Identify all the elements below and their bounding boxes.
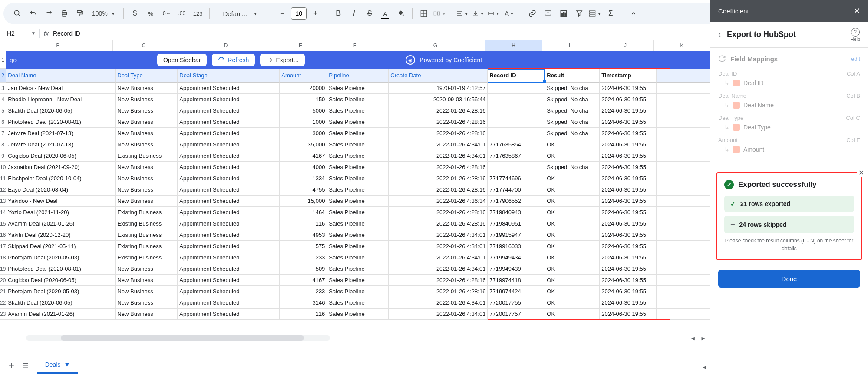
cell[interactable]: Sales Pipeline <box>327 286 389 297</box>
cell[interactable]: Skipped: No cha <box>545 116 600 128</box>
cell[interactable]: Existing Business <box>116 229 178 241</box>
functions-icon[interactable]: Σ <box>604 7 617 20</box>
cell[interactable]: Appointment Scheduled <box>178 94 280 105</box>
cell[interactable]: 7717635867 <box>488 150 545 162</box>
header-cell-B[interactable]: Deal Name <box>6 69 116 83</box>
cell[interactable]: Skipped: No cha <box>545 162 600 173</box>
cell[interactable]: 2022-01-26 4:34:01 <box>389 139 488 150</box>
cell[interactable]: Skippad Deal (2021-05-11) <box>6 241 116 252</box>
redo-icon[interactable] <box>42 7 56 20</box>
cell[interactable]: Photojam Deal (2020-05-03) <box>6 286 116 297</box>
cell[interactable]: Jetwire Deal (2021-07-13) <box>6 128 116 139</box>
cell[interactable] <box>657 207 710 218</box>
cell[interactable]: 2022-01-26 4:28:16 <box>389 128 488 139</box>
borders-icon[interactable] <box>417 7 431 20</box>
cell[interactable]: 4167 <box>280 275 327 286</box>
cell[interactable]: OK <box>545 309 600 320</box>
cell[interactable]: Appointment Scheduled <box>178 297 280 309</box>
row-header-21[interactable]: 21 <box>0 286 6 297</box>
cell[interactable]: Skipped: No cha <box>545 83 600 94</box>
cell[interactable]: Photofeed Deal (2020-08-01) <box>6 263 116 275</box>
cell[interactable]: 2024-06-30 19:55 <box>600 83 657 94</box>
cell[interactable] <box>657 252 710 263</box>
cell[interactable]: 2022-01-26 4:34:01 <box>389 241 488 252</box>
cell[interactable]: Existing Business <box>116 241 178 252</box>
text-rotation-icon[interactable]: A▼ <box>502 7 516 20</box>
cell[interactable]: 2024-06-30 19:55 <box>600 297 657 309</box>
percent-icon[interactable]: % <box>144 7 158 20</box>
bold-icon[interactable]: B <box>331 7 345 20</box>
cell[interactable]: New Business <box>116 128 178 139</box>
name-box[interactable]: H2▼ <box>3 30 39 37</box>
header-cell-I[interactable]: Result <box>545 69 600 83</box>
cell[interactable] <box>657 309 710 320</box>
column-header-D[interactable]: D <box>175 40 277 51</box>
cell[interactable]: OK <box>545 139 600 150</box>
cell[interactable]: Jan Delos - New Deal <box>6 83 116 94</box>
cell[interactable]: 2024-06-30 19:55 <box>600 207 657 218</box>
cell[interactable]: Sales Pipeline <box>327 83 389 94</box>
header-cell-F[interactable]: Pipeline <box>327 69 389 83</box>
cells-area[interactable]: go Open Sidebar Refresh Export... ◉ Powe… <box>6 51 710 320</box>
cell[interactable]: 7720017755 <box>488 297 545 309</box>
italic-icon[interactable]: I <box>347 7 361 20</box>
header-cell-K[interactable] <box>657 69 710 83</box>
header-cell-E[interactable]: Amount <box>280 69 327 83</box>
cell[interactable]: OK <box>545 229 600 241</box>
increase-decimal-icon[interactable]: .00 <box>175 7 189 20</box>
row-header-14[interactable]: 14 <box>0 207 6 218</box>
row-header-18[interactable]: 18 <box>0 252 6 263</box>
row-header-2[interactable]: 2 <box>0 69 6 83</box>
cell[interactable]: 7719915947 <box>488 229 545 241</box>
cell[interactable]: 2022-01-26 4:28:16 <box>389 275 488 286</box>
cell[interactable]: 1000 <box>280 116 327 128</box>
cell[interactable]: New Business <box>116 83 178 94</box>
fill-color-icon[interactable] <box>394 7 408 20</box>
cell[interactable]: Flashpoint Deal (2020-10-04) <box>6 173 116 184</box>
cell[interactable]: 2024-06-30 19:55 <box>600 116 657 128</box>
cell[interactable] <box>488 116 545 128</box>
cell[interactable]: Appointment Scheduled <box>178 196 280 207</box>
cell[interactable]: Jetwire Deal (2021-07-13) <box>6 139 116 150</box>
cell[interactable] <box>488 94 545 105</box>
row-header-13[interactable]: 13 <box>0 196 6 207</box>
cell[interactable]: Avamm Deal (2021-01-26) <box>6 309 116 320</box>
cell[interactable]: 2022-01-26 4:34:01 <box>389 229 488 241</box>
cell[interactable] <box>657 139 710 150</box>
cell[interactable]: 1464 <box>280 207 327 218</box>
cell[interactable]: 15,000 <box>280 196 327 207</box>
cell[interactable]: 7719974418 <box>488 275 545 286</box>
cell[interactable]: Appointment Scheduled <box>178 252 280 263</box>
text-color-icon[interactable]: A <box>378 7 392 20</box>
cell[interactable]: Yakitri Deal (2020-12-20) <box>6 229 116 241</box>
cell[interactable] <box>657 184 710 196</box>
cell[interactable]: Appointment Scheduled <box>178 275 280 286</box>
cell[interactable]: OK <box>545 286 600 297</box>
cell[interactable]: Appointment Scheduled <box>178 309 280 320</box>
cell[interactable]: 7717906552 <box>488 196 545 207</box>
cell[interactable]: 2022-01-26 4:28:16 <box>389 105 488 116</box>
column-header-C[interactable]: C <box>113 40 175 51</box>
cell[interactable]: 2022-01-26 4:34:01 <box>389 252 488 263</box>
cell[interactable]: 2024-06-30 19:55 <box>600 241 657 252</box>
zoom-select[interactable]: 100%▼ <box>89 10 119 17</box>
cell[interactable]: Sales Pipeline <box>327 252 389 263</box>
cell[interactable]: New Business <box>116 196 178 207</box>
cell[interactable]: Appointment Scheduled <box>178 184 280 196</box>
cell[interactable]: 2024-06-30 19:55 <box>600 94 657 105</box>
cell[interactable]: 2022-01-26 4:28:16 <box>389 218 488 229</box>
cell[interactable]: 7719916033 <box>488 241 545 252</box>
cell[interactable]: Sales Pipeline <box>327 218 389 229</box>
cell[interactable] <box>657 173 710 184</box>
search-icon[interactable] <box>10 7 24 20</box>
cell[interactable]: 2022-01-26 4:28:16 <box>389 116 488 128</box>
cell[interactable] <box>657 116 710 128</box>
cell[interactable]: Appointment Scheduled <box>178 241 280 252</box>
cell[interactable]: OK <box>545 263 600 275</box>
row-header-9[interactable]: 9 <box>0 150 6 162</box>
close-success-icon[interactable]: ✕ <box>857 169 865 177</box>
row-header-1[interactable]: 1 <box>0 51 6 69</box>
cell[interactable]: 1970-01-19 4:12:57 <box>389 83 488 94</box>
cell[interactable]: Appointment Scheduled <box>178 128 280 139</box>
row-header-16[interactable]: 16 <box>0 229 6 241</box>
